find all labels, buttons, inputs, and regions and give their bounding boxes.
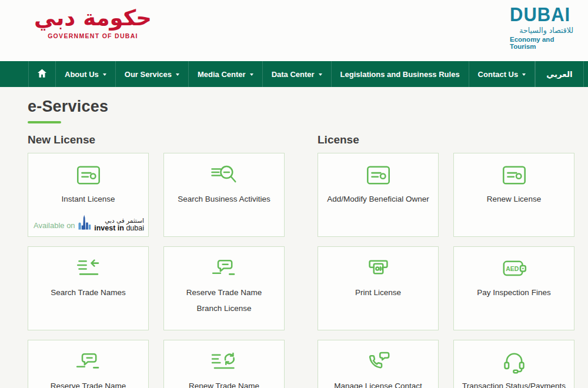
- license-card-icon: [499, 163, 530, 187]
- nav-item-label: Legislations and Business Rules: [340, 70, 460, 79]
- service-card-transaction-status-payments[interactable]: Transaction Status/Payments: [453, 340, 574, 388]
- chevron-down-icon: [103, 73, 106, 76]
- service-card-renew-license[interactable]: Renew License: [453, 153, 574, 237]
- invest-in-dubai-arabic: استثمر في دبي: [105, 217, 144, 224]
- service-card-label: Search Trade Names: [51, 287, 126, 298]
- available-on-label: Available on: [34, 221, 75, 232]
- cards-grid: Instant LicenseAvailable onاستثمر في دبي…: [28, 153, 285, 388]
- chevron-down-icon: [176, 73, 179, 76]
- service-card-manage-license-contact[interactable]: Manage License Contact: [318, 340, 439, 388]
- license-card-icon: [73, 163, 104, 187]
- nav-item-about-us[interactable]: About Us: [55, 61, 115, 87]
- service-card-label: Branch License: [196, 303, 251, 314]
- invest-in-dubai-logo[interactable]: استثمر في دبيinvest in dubai: [77, 215, 144, 232]
- dubai-economy-tourism-logo[interactable]: DUBAI للاقتصاد والسياحة Economy and Tour…: [510, 5, 573, 50]
- nav-items: About UsOur ServicesMedia CenterData Cen…: [55, 61, 534, 87]
- dubai-logo-caption: Economy and Tourism: [510, 36, 573, 50]
- service-card-label: Renew Trade Name: [189, 381, 259, 388]
- service-card-label: Add/Modify Beneficial Owner: [327, 194, 429, 205]
- service-card-label: Reserve Trade Name: [186, 287, 262, 298]
- service-card-print-license[interactable]: Print License: [318, 246, 439, 330]
- service-card-reserve-trade-name[interactable]: Reserve Trade Name: [28, 340, 149, 388]
- section-title: New License: [28, 133, 285, 146]
- chevron-down-icon: [522, 73, 526, 76]
- search-lines-icon: [209, 163, 240, 187]
- service-card-add-modify-beneficial-owner[interactable]: Add/Modify Beneficial Owner: [318, 153, 439, 237]
- nav-item-label: About Us: [65, 70, 99, 79]
- chat-bubble-icon: [209, 257, 240, 280]
- site-header: حكومة دبي GOVERNMENT OF DUBAI DUBAI للاق…: [0, 0, 588, 61]
- nav-item-label: Our Services: [125, 70, 172, 79]
- government-of-dubai-arabic-calligraphy: حكومة دبي: [34, 5, 152, 32]
- service-card-label: Pay Inspection Fines: [477, 287, 550, 298]
- service-card-label: Reserve Trade Name: [51, 381, 126, 388]
- service-card-search-trade-names[interactable]: Search Trade Names: [28, 246, 149, 330]
- available-on-badge: Available onاستثمر في دبيinvest in dubai: [28, 215, 148, 236]
- main-navigation: About UsOur ServicesMedia CenterData Cen…: [0, 61, 588, 87]
- service-card-label: Print License: [355, 287, 401, 298]
- service-card-renew-trade-name[interactable]: Renew Trade Name: [163, 340, 285, 388]
- chevron-down-icon: [250, 73, 253, 76]
- home-icon: [36, 68, 48, 81]
- page-title: e-Services: [28, 98, 574, 116]
- headset-icon: [499, 350, 530, 374]
- login-button[interactable]: Login: [583, 61, 588, 87]
- service-card-label: Search Business Activities: [178, 194, 270, 205]
- nav-item-label: Data Center: [272, 70, 315, 79]
- dubai-logo-wordmark: DUBAI: [510, 5, 573, 24]
- aed-wallet-icon: AED: [499, 257, 530, 280]
- service-card-label: Renew License: [487, 194, 541, 205]
- language-toggle-arabic[interactable]: العربي: [535, 61, 583, 87]
- phone-chat-icon: [363, 350, 394, 374]
- chevron-down-icon: [319, 73, 322, 76]
- nav-item-legislations-and-business-rules[interactable]: Legislations and Business Rules: [331, 61, 469, 87]
- service-card-reserve-trade-name-branch-license[interactable]: Reserve Trade NameBranch License: [163, 246, 285, 330]
- section-title: License: [318, 133, 574, 146]
- lines-refresh-icon: [209, 350, 240, 374]
- nav-item-our-services[interactable]: Our Services: [115, 61, 188, 87]
- nav-item-label: Media Center: [198, 70, 246, 79]
- cards-grid: Add/Modify Beneficial OwnerRenew License…: [318, 153, 574, 388]
- svg-text:AED: AED: [506, 266, 519, 272]
- service-card-instant-license[interactable]: Instant LicenseAvailable onاستثمر في دبي…: [28, 153, 149, 237]
- printer-icon: [363, 257, 394, 280]
- section-new-license: New License Instant LicenseAvailable onا…: [28, 133, 285, 388]
- service-card-label: Transaction Status/Payments: [462, 381, 566, 388]
- nav-home-button[interactable]: [28, 61, 55, 87]
- government-of-dubai-caption: GOVERNMENT OF DUBAI: [34, 32, 152, 39]
- service-card-label: Manage License Contact: [334, 381, 422, 388]
- lines-arrow-icon: [73, 257, 104, 280]
- title-accent-bar: [28, 121, 61, 123]
- invest-in-dubai-wordmark: invest in dubai: [94, 224, 144, 232]
- chat-bubble-icon: [73, 350, 104, 374]
- nav-item-data-center[interactable]: Data Center: [262, 61, 331, 87]
- section-license: License Add/Modify Beneficial OwnerRenew…: [318, 133, 574, 388]
- service-card-label: Instant License: [62, 194, 115, 205]
- nav-item-contact-us[interactable]: Contact Us: [469, 61, 535, 87]
- nav-item-media-center[interactable]: Media Center: [188, 61, 262, 87]
- government-of-dubai-logo[interactable]: حكومة دبي GOVERNMENT OF DUBAI: [34, 5, 152, 39]
- dubai-logo-arabic: للاقتصاد والسياحة: [510, 26, 573, 35]
- service-card-pay-inspection-fines[interactable]: AEDPay Inspection Fines: [453, 246, 574, 330]
- license-card-icon: [363, 163, 394, 187]
- nav-item-label: Contact Us: [478, 70, 519, 79]
- page-content: e-Services New License Instant LicenseAv…: [0, 87, 588, 388]
- invest-in-dubai-buildings-icon: [77, 215, 92, 232]
- service-card-search-business-activities[interactable]: Search Business Activities: [163, 153, 285, 237]
